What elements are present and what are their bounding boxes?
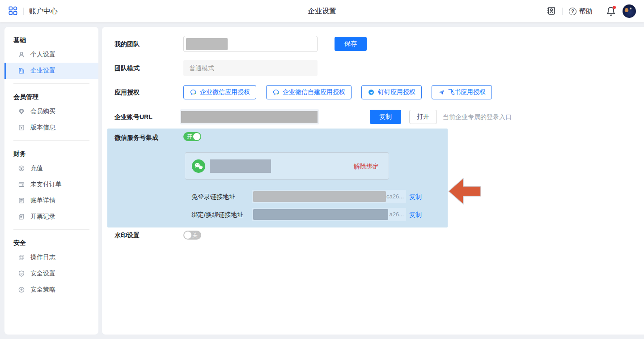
sidebar-item-label: 企业设置 (30, 67, 55, 75)
watermark-toggle[interactable]: 关 (183, 231, 201, 240)
log-copy-icon (18, 254, 25, 261)
gem-icon (18, 108, 25, 115)
copy-url-button[interactable]: 复制 (370, 110, 401, 124)
redacted-account-url (181, 111, 318, 123)
user-icon (18, 51, 25, 58)
bind-link-value: a26... (252, 208, 406, 221)
redacted-nologin-link (253, 191, 386, 202)
team-mode-value: 普通模式 (183, 60, 318, 76)
sidebar-item-security-settings[interactable]: 安全设置 (4, 266, 98, 282)
sidebar-item-label: 操作日志 (30, 253, 55, 262)
toggle-off-label: 关 (192, 231, 198, 240)
sidebar-item-recharge[interactable]: 充值 (4, 160, 98, 176)
sidebar-item-security-policy[interactable]: 安全策略 (4, 282, 98, 298)
copy-bind-link[interactable]: 复制 (409, 208, 422, 221)
redacted-bind-link (253, 209, 388, 220)
sidebar-item-label: 版本信息 (30, 124, 55, 132)
contacts-icon[interactable] (546, 6, 556, 17)
auth-button-label: 企业微信自建应用授权 (283, 88, 345, 96)
watermark-label: 水印设置 (114, 231, 140, 240)
notification-dot (613, 6, 616, 9)
feishu-auth-button[interactable]: 飞书应用授权 (432, 85, 492, 99)
open-url-button[interactable]: 打开 (409, 110, 437, 124)
avatar[interactable] (623, 4, 636, 18)
sidebar-item-member-purchase[interactable]: 会员购买 (4, 103, 98, 120)
sidebar-section-security: 安全 操作日志 安全设置 安全策略 (4, 230, 98, 298)
auth-button-label: 飞书应用授权 (448, 88, 486, 96)
sidebar-item-label: 未支付订单 (30, 180, 62, 189)
copy-nologin-link[interactable]: 复制 (409, 190, 422, 203)
sidebar-item-label: 充值 (30, 164, 43, 172)
account-url-label: 企业账号URL (114, 109, 153, 124)
unbind-link[interactable]: 解除绑定 (354, 153, 379, 180)
notifications-button[interactable] (606, 6, 616, 17)
main-content: 我的团队 保存 团队模式 普通模式 应用授权 企业微信应用授权 企业微信自建应用… (102, 27, 644, 335)
sidebar-item-label: 会员购买 (30, 107, 55, 116)
sidebar-section-title: 安全 (4, 236, 98, 249)
toggle-on-label: 开 (187, 132, 192, 141)
auth-button-label: 钉钉应用授权 (378, 88, 415, 96)
auth-button-label: 企业微信应用授权 (200, 88, 250, 96)
header-left: 账户中心 (0, 6, 58, 17)
sidebar-item-enterprise-settings[interactable]: 企业设置 (4, 63, 98, 79)
toggle-knob (193, 133, 200, 140)
header-divider (599, 8, 599, 15)
version-doc-icon (18, 124, 25, 131)
sidebar-section-title: 基础 (4, 33, 98, 47)
sidebar-item-invoice-records[interactable]: 开票记录 (4, 209, 98, 225)
header-right: ? 帮助 (546, 0, 636, 22)
bill-doc-icon (18, 197, 25, 204)
feishu-icon (438, 89, 445, 96)
building-icon (18, 67, 25, 74)
shield-check-icon (18, 270, 25, 277)
sidebar-item-version-info[interactable]: 版本信息 (4, 120, 98, 136)
apps-grid-icon[interactable] (8, 6, 18, 17)
team-name-input[interactable] (183, 36, 318, 52)
dingtalk-auth-button[interactable]: 钉钉应用授权 (361, 85, 422, 99)
sidebar-item-label: 账单详情 (30, 197, 55, 205)
header-divider (562, 8, 563, 15)
wechat-work-selfbuilt-auth-button[interactable]: 企业微信自建应用授权 (266, 85, 352, 99)
bind-link-label: 绑定/换绑链接地址 (191, 208, 243, 221)
sidebar-section-finance: 财务 充值 未支付订单 账单详情 (4, 141, 98, 230)
account-url-value (180, 109, 319, 124)
sidebar-item-label: 安全策略 (30, 286, 55, 294)
dingtalk-icon (368, 89, 375, 96)
wechat-integration-toggle[interactable]: 开 (183, 132, 201, 141)
redacted-team-name (186, 38, 228, 50)
team-mode-label: 团队模式 (114, 60, 140, 76)
shield-plus-icon (18, 286, 25, 293)
invoice-doc-icon (18, 213, 25, 220)
sidebar-item-label: 个人设置 (30, 51, 55, 59)
recharge-yuan-icon (18, 165, 25, 172)
wechat-integration-label: 微信服务号集成 (114, 133, 158, 142)
team-name-label: 我的团队 (114, 36, 140, 52)
wechat-work-icon (272, 89, 280, 96)
wechat-work-auth-button[interactable]: 企业微信应用授权 (183, 85, 256, 99)
sidebar-item-label: 安全设置 (30, 270, 55, 278)
sidebar-item-unpaid-orders[interactable]: 未支付订单 (4, 176, 98, 193)
wechat-icon (192, 159, 205, 173)
help-icon: ? (569, 8, 576, 15)
wechat-integration-section: 微信服务号集成 开 解除绑定 免登录链接地址 (107, 129, 448, 227)
wechat-work-icon (190, 89, 197, 96)
app-auth-buttons: 企业微信应用授权 企业微信自建应用授权 钉钉应用授权 飞书应用授权 (183, 85, 492, 99)
wechat-bound-account-card: 解除绑定 (185, 152, 389, 180)
help-button[interactable]: ? 帮助 (569, 7, 593, 16)
save-button[interactable]: 保存 (335, 37, 367, 51)
sidebar-section-basic: 基础 个人设置 企业设置 (4, 27, 98, 84)
help-label: 帮助 (579, 7, 593, 16)
nologin-link-label: 免登录链接地址 (191, 190, 235, 203)
bind-link-suffix: a26... (389, 208, 404, 221)
header-divider (23, 8, 24, 15)
sidebar-section-title: 财务 (4, 147, 98, 160)
sidebar-item-operation-logs[interactable]: 操作日志 (4, 249, 98, 266)
sidebar-section-membership: 会员管理 会员购买 版本信息 (4, 84, 98, 141)
redacted-service-account-name (210, 159, 271, 173)
sidebar: 基础 个人设置 企业设置 会员管理 (4, 27, 98, 335)
sidebar-item-bill-details[interactable]: 账单详情 (4, 193, 98, 209)
sidebar-item-personal-settings[interactable]: 个人设置 (4, 47, 98, 63)
active-indicator-bar (4, 63, 6, 79)
sidebar-item-label: 开票记录 (30, 213, 55, 221)
top-header: 账户中心 企业设置 ? 帮助 (0, 0, 644, 22)
